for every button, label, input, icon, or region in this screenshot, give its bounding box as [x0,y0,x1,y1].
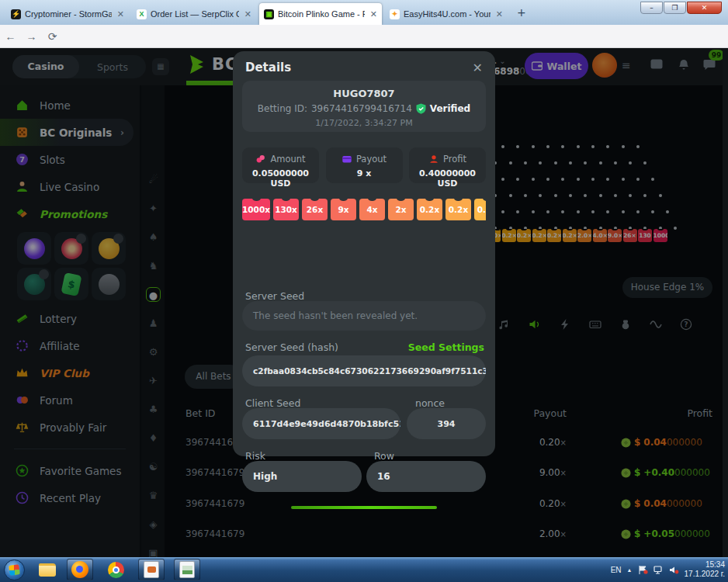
taskbar-explorer[interactable] [34,559,61,580]
tab-close-icon[interactable]: ✕ [244,9,251,19]
nonce-field[interactable]: 394 [407,408,486,439]
network-icon[interactable] [653,566,664,574]
tab-close-icon[interactable]: ✕ [117,9,124,19]
row-label: Row [374,450,394,462]
calc-icon [179,561,195,578]
restore-button[interactable]: ❐ [664,2,686,14]
multiplier-chip: 9x [331,199,356,220]
multiplier-chip: 1000x [242,199,270,220]
chrome-icon [108,562,124,578]
multiplier-chip-row: 1000x130x26x9x4x2x0.2x0.2x0.2x [242,199,486,220]
stat-card-payout: Payout9 x [326,147,403,183]
tab-favicon: ✦ [390,9,400,19]
tab-title: Bitcoin Plinko Game - Play Plin [278,9,365,19]
browser-tab-bar: ⚡Cryptominer - StormGain✕XOrder List — S… [0,0,728,25]
browser-nav-bar: ← → ⟳ [0,25,728,48]
reload-icon[interactable]: ⟳ [42,30,63,43]
stat-card-amount: Amount0.05000000 USD [242,147,319,183]
new-tab-button[interactable]: + [517,6,526,19]
system-tray: EN ▲ 15:34 17.1.2022 г. [611,557,725,582]
nonce-label: nonce [415,397,445,409]
card-icon [341,154,352,165]
back-icon[interactable]: ← [0,30,21,43]
seed-settings-link[interactable]: Seed Settings [408,341,484,353]
server-seed-hash-label: Server Seed (hash) [245,341,338,353]
taskbar-firefox[interactable] [67,559,93,580]
folder-icon [39,563,56,577]
risk-label: Risk [245,450,265,462]
betting-id-label: Betting ID: [258,103,307,114]
close-button[interactable]: ✕ [687,2,722,14]
browser-tab[interactable]: ✦EasyHits4U.com - Your Traffic E✕ [385,3,508,25]
multiplier-chip: 130x [273,199,299,220]
tab-favicon: X [137,9,147,19]
taskbar-clock[interactable]: 15:34 17.1.2022 г. [685,560,725,580]
tab-favicon: ▣ [264,9,274,19]
hand-icon [428,154,439,165]
multiplier-chip: 0.2x [474,199,486,220]
flag-alert-icon[interactable] [638,566,648,574]
bet-datetime: 1/17/2022, 3:34:27 PM [242,118,486,128]
row-field[interactable]: 16 [366,461,486,492]
multiplier-chip: 26x [302,199,328,220]
modal-close-icon[interactable]: ✕ [473,61,483,75]
tab-title: Cryptominer - StormGain [25,9,112,19]
green-progress-bar [291,506,437,509]
browser-tab[interactable]: ▣Bitcoin Plinko Game - Play Plin✕ [259,3,382,25]
windows-flag-icon [9,564,20,576]
tab-favicon: ⚡ [11,9,21,19]
multiplier-chip: 0.2x [445,199,471,220]
firefox-icon [71,561,88,578]
multiplier-chip: 4x [359,199,385,220]
server-seed-hash-field[interactable]: c2fbaa0834cb5c84c6730622173669290af9f751… [242,355,486,386]
volume-icon[interactable] [669,566,679,574]
screen: ⚡Cryptominer - StormGain✕XOrder List — S… [0,0,728,582]
details-modal: Details ✕ HUGO7807 Betting ID: 396744167… [233,51,495,456]
taskbar: EN ▲ 15:34 17.1.2022 г. [0,557,728,582]
taskbar-impress[interactable] [138,559,165,580]
multiplier-chip: 2x [388,199,414,220]
start-button[interactable] [4,559,25,580]
browser-tab[interactable]: ⚡Cryptominer - StormGain✕ [6,3,129,25]
betting-id-value: 39674416799416714 [311,103,412,114]
minimize-button[interactable]: – [640,2,663,14]
taskbar-calc[interactable] [174,559,200,580]
tab-title: EasyHits4U.com - Your Traffic E [404,9,491,19]
impress-icon [144,561,159,578]
tab-close-icon[interactable]: ✕ [370,9,377,19]
tab-close-icon[interactable]: ✕ [496,9,503,19]
server-seed-field[interactable]: The seed hasn't been revealed yet. [242,301,486,331]
stat-card-profit: Profit0.40000000 USD [409,147,486,183]
client-seed-label: Client Seed [245,397,300,409]
multiplier-chip: 0.2x [417,199,442,220]
window-controls: – ❐ ✕ [640,2,722,14]
verified-label: Verified [430,103,470,114]
username: HUGO7807 [242,88,486,99]
client-seed-field[interactable]: 6117d4e9e49d6d4870b18bfc5198fel [242,408,400,439]
language-indicator[interactable]: EN [611,566,622,574]
risk-field[interactable]: High [242,461,362,492]
tab-title: Order List — SerpClix ClickSense [151,9,239,19]
bet-info-card: HUGO7807 Betting ID: 39674416799416714 V… [242,81,486,132]
server-seed-label: Server Seed [245,290,304,302]
coins-icon [255,154,266,165]
tray-expand-icon[interactable]: ▲ [627,567,633,573]
taskbar-chrome[interactable] [102,559,129,580]
modal-title: Details [245,61,291,75]
verified-shield-icon [416,103,426,114]
browser-tab[interactable]: XOrder List — SerpClix ClickSense✕ [132,3,256,25]
forward-icon[interactable]: → [21,30,42,43]
